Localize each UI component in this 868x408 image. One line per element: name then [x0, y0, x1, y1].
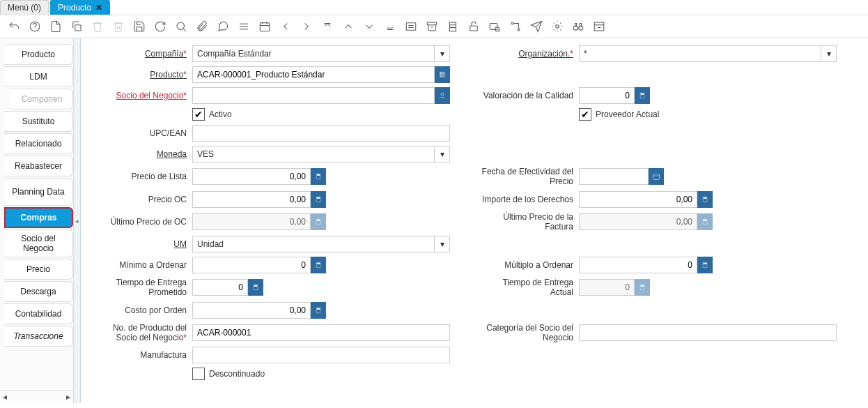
archive-icon[interactable]	[425, 20, 439, 33]
mult-ordenar-calc-icon[interactable]	[697, 257, 713, 273]
activo-label: Activo	[209, 109, 232, 119]
chat-icon[interactable]	[216, 20, 230, 33]
close-icon[interactable]: ✕	[95, 3, 102, 13]
label-um[interactable]: UM	[95, 239, 192, 249]
search-icon[interactable]	[174, 20, 188, 33]
min-ordenar-calc-icon[interactable]	[311, 257, 326, 273]
min-ordenar-input[interactable]	[192, 257, 311, 273]
precio-lista-input[interactable]	[192, 168, 311, 185]
label-socio[interactable]: Socio del Negocio*	[95, 91, 192, 100]
fecha-efect-calendar-icon[interactable]	[649, 168, 664, 185]
list-icon[interactable]	[237, 20, 251, 33]
moneda-dropdown-icon[interactable]: ▾	[435, 146, 450, 163]
first-icon[interactable]	[320, 20, 334, 33]
no-prod-socio-input[interactable]	[192, 324, 450, 341]
mult-ordenar-input[interactable]	[579, 257, 697, 273]
down-icon[interactable]	[362, 20, 376, 33]
sidebar-right-icon[interactable]: ▸	[66, 392, 70, 402]
undo-icon[interactable]	[7, 20, 21, 33]
help-icon[interactable]	[28, 20, 42, 33]
tiempo-prom-calc-icon[interactable]	[248, 279, 263, 296]
fecha-efect-input[interactable]	[579, 168, 649, 185]
sidebar-item-descarga[interactable]: Descarga	[4, 281, 73, 302]
label-producto[interactable]: Producto*	[95, 70, 192, 80]
delete-icon[interactable]	[91, 20, 104, 33]
sidebar-item-transacciones[interactable]: Transaccione	[4, 326, 73, 347]
moneda-select[interactable]: VES	[192, 146, 435, 163]
workflow-icon[interactable]	[509, 20, 522, 33]
costo-input[interactable]	[192, 302, 311, 319]
precio-lista-calc-icon[interactable]	[311, 168, 326, 185]
sidebar-item-relacionado[interactable]: Relacionado	[4, 133, 73, 154]
manufactura-input[interactable]	[192, 347, 450, 363]
ultimo-oc-calc-icon	[311, 213, 326, 230]
um-dropdown-icon[interactable]: ▾	[435, 236, 450, 252]
attach-icon[interactable]	[195, 20, 209, 33]
tiempo-prom-input[interactable]	[192, 279, 248, 296]
refresh-icon[interactable]	[153, 20, 167, 33]
precio-oc-calc-icon[interactable]	[311, 191, 326, 208]
importe-input[interactable]	[579, 191, 697, 208]
valoracion-calc-icon[interactable]	[635, 87, 650, 104]
panel-icon[interactable]	[592, 20, 606, 33]
sidebar-item-producto[interactable]: Producto	[4, 44, 73, 65]
precio-oc-input[interactable]	[192, 191, 311, 208]
print-icon[interactable]	[446, 20, 460, 33]
socio-lookup-icon[interactable]	[435, 87, 450, 104]
cat-socio-input[interactable]	[579, 324, 837, 341]
label-no-prod-socio: No. de Producto del Socio del Negocio*	[95, 323, 192, 343]
last-icon[interactable]	[383, 20, 397, 33]
upc-input[interactable]	[192, 125, 450, 142]
sidebar-item-ldm[interactable]: LDM	[4, 66, 73, 87]
send-icon[interactable]	[529, 20, 543, 33]
svg-rect-12	[406, 23, 416, 31]
sidebar-item-sustituto[interactable]: Sustituto	[4, 111, 73, 132]
sidebar-item-contabilidad[interactable]: Contabilidad	[4, 303, 73, 324]
lock-icon[interactable]	[467, 20, 481, 33]
um-select[interactable]: Unidad	[192, 236, 435, 252]
label-costo: Costo por Orden	[95, 305, 192, 315]
save-icon[interactable]	[132, 20, 146, 33]
next-icon[interactable]	[300, 20, 313, 33]
label-compania[interactable]: Compañía*	[95, 49, 192, 59]
zoom-icon[interactable]	[488, 20, 502, 33]
sidebar-left-icon[interactable]: ◂	[3, 392, 7, 402]
sidebar-item-reabastecer[interactable]: Reabastecer	[4, 156, 73, 176]
producto-lookup-icon[interactable]	[435, 66, 450, 83]
organizacion-dropdown-icon[interactable]: ▾	[821, 45, 837, 62]
costo-calc-icon[interactable]	[311, 302, 326, 319]
compania-dropdown-icon[interactable]: ▾	[435, 45, 450, 62]
producto-input[interactable]	[192, 66, 435, 83]
tab-menu[interactable]: Menú (0)	[0, 0, 49, 15]
importe-calc-icon[interactable]	[697, 191, 713, 208]
organizacion-select[interactable]: *	[579, 45, 821, 62]
descont-checkbox[interactable]	[192, 368, 205, 380]
descont-label: Descontinuado	[209, 369, 265, 379]
up-icon[interactable]	[341, 20, 355, 33]
proveedor-checkbox[interactable]	[579, 108, 591, 121]
calendar-icon[interactable]	[258, 20, 272, 33]
activo-checkbox[interactable]	[192, 108, 205, 121]
label-organizacion[interactable]: Organización.*	[481, 49, 579, 59]
new-icon[interactable]	[49, 20, 63, 33]
sidebar-item-precio[interactable]: Precio	[4, 259, 73, 280]
compania-select[interactable]: Compañía Estándar	[192, 45, 435, 62]
toolbar	[0, 15, 868, 38]
socio-input[interactable]	[192, 87, 435, 104]
prev-icon[interactable]	[279, 20, 293, 33]
label-moneda[interactable]: Moneda	[95, 149, 192, 159]
delete2-icon[interactable]	[111, 20, 125, 33]
valoracion-input[interactable]	[579, 87, 635, 104]
copy-icon[interactable]	[70, 20, 84, 33]
gear-icon[interactable]	[550, 20, 564, 33]
splitter[interactable]	[74, 38, 81, 403]
binoculars-icon[interactable]	[571, 20, 585, 33]
sidebar-item-compras[interactable]: Compras	[4, 207, 73, 228]
sidebar-item-socio[interactable]: Socio del Negocio	[4, 229, 73, 257]
sidebar-item-planningdata[interactable]: Planning Data	[4, 178, 73, 206]
report-icon[interactable]	[404, 20, 418, 33]
tab-producto[interactable]: Producto ✕	[50, 0, 110, 15]
svg-rect-49	[316, 263, 319, 264]
svg-rect-47	[703, 220, 706, 221]
sidebar-item-componen[interactable]: Componen	[11, 89, 73, 109]
